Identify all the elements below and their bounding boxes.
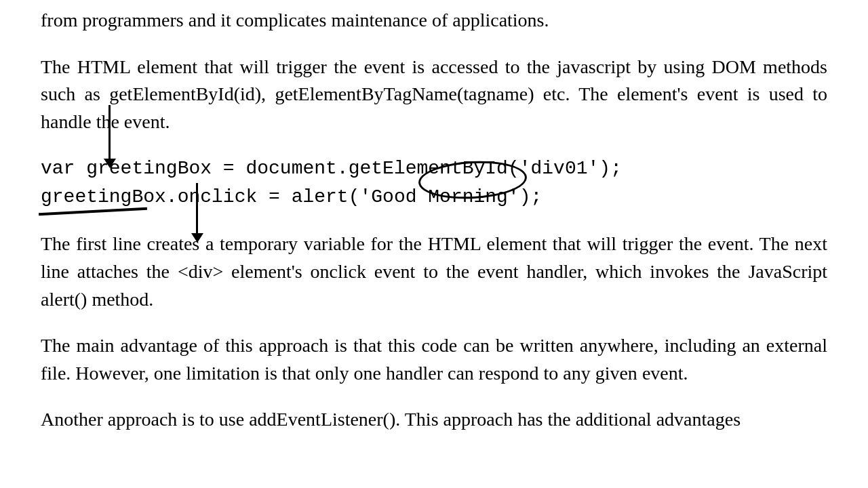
paragraph-advantage-text: The main advantage of this approach is t… <box>41 335 827 384</box>
paragraph-code-explanation-text: The first line creates a temporary varia… <box>41 233 827 309</box>
code-line-1: var greetingBox = document.getElementByI… <box>41 155 827 183</box>
code-block: var greetingBox = document.getElementByI… <box>41 155 827 211</box>
paragraph-html-element: The HTML element that will trigger the e… <box>41 54 827 136</box>
page-content: from programmers and it complicates main… <box>0 0 868 466</box>
code-line-2: greetingBox.onclick = alert('Good Mornin… <box>41 183 827 211</box>
paragraph-another-approach-text: Another approach is to use addEventListe… <box>41 409 741 430</box>
paragraph-intro: from programmers and it complicates main… <box>41 7 827 35</box>
paragraph-another-approach: Another approach is to use addEventListe… <box>41 406 827 434</box>
paragraph-advantage: The main advantage of this approach is t… <box>41 332 827 387</box>
paragraph-code-explanation: The first line creates a temporary varia… <box>41 230 827 313</box>
paragraph-html-element-text: The HTML element that will trigger the e… <box>41 56 827 132</box>
